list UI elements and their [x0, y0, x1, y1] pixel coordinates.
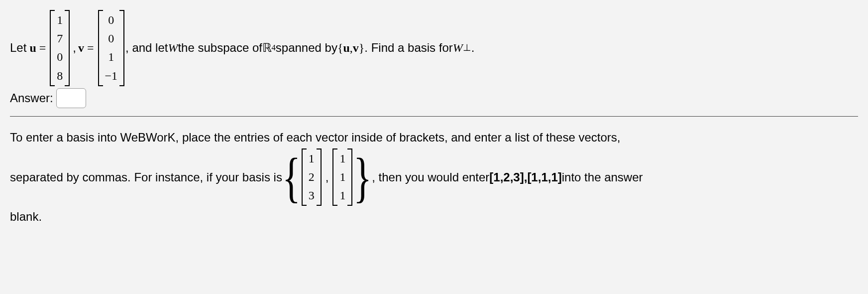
instructions-line3: blank. — [10, 208, 858, 226]
symbol-v: v — [78, 39, 84, 57]
set-open: { — [337, 39, 343, 57]
answer-row: Answer: — [10, 88, 858, 108]
answer-input[interactable] — [56, 88, 86, 108]
set-u: u — [343, 39, 349, 57]
instr-text-3: blank. — [10, 208, 42, 226]
u-entry-2: 0 — [57, 48, 63, 66]
u-entry-0: 1 — [57, 11, 63, 29]
problem-statement: Let u = 1 7 0 8 , v = 0 0 1 −1 , — [10, 10, 858, 86]
example-comma: , — [323, 168, 332, 186]
instructions-line2: separated by commas. For instance, if yo… — [10, 148, 858, 206]
example-vector-2: 1 1 1 — [332, 148, 352, 206]
ex2-entry-1: 1 — [339, 168, 345, 186]
period: . — [471, 39, 475, 57]
ex1-entry-1: 2 — [309, 168, 315, 186]
text-let: Let — [10, 39, 26, 57]
comma-1: , — [71, 39, 78, 57]
answer-label: Answer: — [10, 89, 53, 107]
equals-1: = — [36, 39, 49, 57]
divider — [10, 116, 858, 117]
example-entry: [1,2,3],[1,1,1] — [489, 168, 561, 186]
ex2-entry-2: 1 — [339, 186, 345, 205]
v-entry-1: 0 — [108, 29, 114, 48]
v-entry-0: 0 — [108, 11, 114, 29]
u-entry-3: 8 — [57, 67, 63, 85]
text-mid1: , and let — [125, 39, 168, 57]
instr-text-1: To enter a basis into WeBWorK, place the… — [10, 129, 620, 147]
problem-container: Let u = 1 7 0 8 , v = 0 0 1 −1 , — [0, 0, 868, 233]
set-v: v — [353, 39, 359, 57]
ex2-entry-0: 1 — [339, 149, 345, 168]
ex1-entry-0: 1 — [309, 149, 315, 168]
symbol-R: ℝ — [262, 39, 272, 57]
example-vector-1: 1 2 3 — [302, 148, 322, 206]
instructions-line1: To enter a basis into WeBWorK, place the… — [10, 129, 858, 147]
ex1-entry-2: 3 — [309, 186, 315, 205]
symbol-W: W — [168, 39, 178, 57]
v-entry-2: 1 — [108, 48, 114, 66]
set-close: } — [359, 39, 365, 57]
text-mid2: the subspace of — [178, 39, 262, 57]
text-mid3: spanned by — [276, 39, 337, 57]
u-entry-1: 7 — [57, 29, 63, 48]
v-entry-3: −1 — [105, 67, 118, 85]
brace-close: } — [353, 155, 372, 199]
vector-u: 1 7 0 8 — [50, 10, 70, 86]
vector-v: 0 0 1 −1 — [98, 10, 125, 86]
equals-2: = — [84, 39, 97, 57]
symbol-u: u — [26, 39, 36, 57]
text-mid4: . Find a basis for — [364, 39, 452, 57]
instr-text-2a: separated by commas. For instance, if yo… — [10, 168, 282, 186]
instr-text-2c: into the answer — [562, 168, 643, 186]
symbol-W2: W — [453, 39, 463, 57]
brace-open: { — [282, 155, 301, 199]
instr-text-2b: , then you would enter — [372, 168, 489, 186]
